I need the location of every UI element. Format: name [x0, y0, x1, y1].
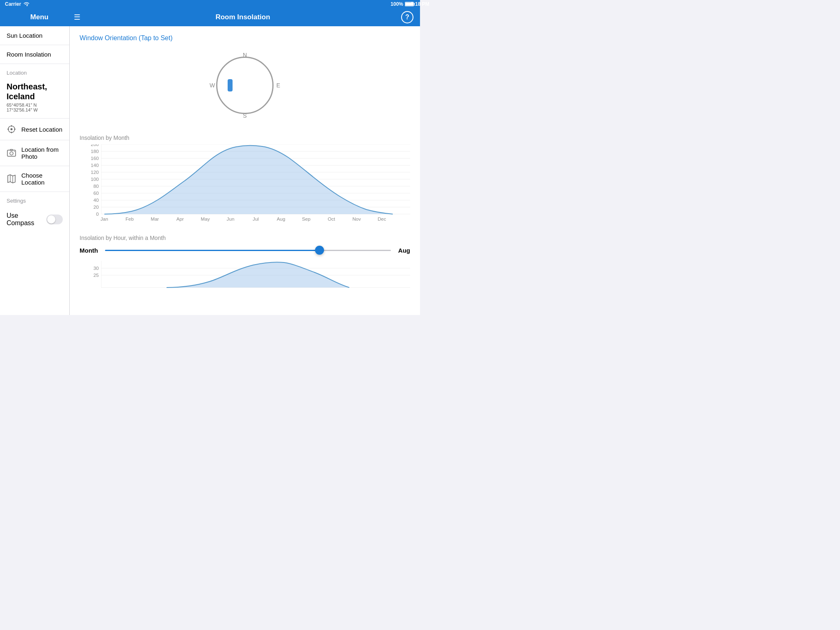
svg-text:Jun: Jun [227, 217, 235, 221]
status-time: 2:18 PM [411, 1, 420, 7]
menu-label: Menu [7, 13, 72, 21]
help-icon[interactable]: ? [401, 11, 413, 23]
svg-text:Oct: Oct [328, 217, 336, 221]
svg-text:Feb: Feb [126, 217, 134, 221]
help-button[interactable]: ? [401, 11, 413, 23]
svg-text:200: 200 [91, 144, 98, 147]
month-slider-row: Month Aug [80, 246, 410, 254]
compass-container: N S W E [80, 48, 410, 122]
svg-point-12 [14, 151, 15, 152]
compass-circle [216, 57, 274, 114]
use-compass-label: Use Compass [7, 212, 46, 227]
svg-text:180: 180 [91, 149, 98, 154]
wifi-icon [23, 2, 30, 7]
insolation-by-month-label: Insolation by Month [80, 135, 410, 141]
insolation-by-hour-chart: 30 25 [80, 261, 410, 294]
nav-bar: Menu ☰ Room Insolation ? [0, 8, 420, 26]
svg-text:Nov: Nov [352, 217, 361, 221]
svg-text:30: 30 [94, 266, 99, 271]
svg-text:Aug: Aug [277, 217, 285, 221]
insolation-by-month-chart: 200 180 160 140 120 100 80 60 40 20 0 Ja… [80, 144, 410, 226]
svg-text:160: 160 [91, 156, 98, 161]
svg-point-10 [10, 152, 13, 155]
battery-label: 100% [390, 1, 403, 7]
carrier-label: Carrier [5, 1, 21, 7]
svg-text:Sep: Sep [302, 217, 310, 221]
location-from-photo-label: Location from Photo [21, 146, 63, 160]
hour-chart-svg: 30 25 [80, 261, 410, 294]
reset-location-label: Reset Location [21, 126, 62, 133]
selected-month-value: Aug [396, 247, 410, 254]
compass-west: W [210, 82, 215, 89]
svg-text:40: 40 [94, 198, 99, 203]
location-info: Northeast, Iceland 65°40′58.41″ N 17°32′… [0, 78, 69, 119]
status-bar: Carrier 2:18 PM 100% [0, 0, 420, 8]
reset-location-button[interactable]: Reset Location [0, 119, 69, 140]
svg-text:Dec: Dec [378, 217, 386, 221]
month-chart-svg: 200 180 160 140 120 100 80 60 40 20 0 Ja… [80, 144, 410, 226]
month-slider-container[interactable] [105, 246, 391, 254]
svg-point-4 [11, 128, 13, 130]
month-slider-label: Month [80, 247, 100, 254]
toggle-knob [47, 215, 55, 224]
svg-text:May: May [201, 217, 210, 221]
choose-location-button[interactable]: Choose Location [0, 166, 69, 192]
svg-text:Jan: Jan [100, 217, 108, 221]
svg-text:120: 120 [91, 170, 98, 175]
slider-thumb[interactable] [315, 246, 324, 255]
hamburger-icon[interactable]: ☰ [74, 13, 80, 21]
svg-text:0: 0 [96, 212, 98, 217]
sidebar-item-room-insolation[interactable]: Room Insolation [0, 45, 69, 64]
svg-text:20: 20 [94, 205, 99, 210]
reset-location-icon [7, 124, 16, 134]
compass-east: E [276, 82, 280, 89]
content-area: Window Orientation (Tap to Set) N S W E … [70, 26, 420, 315]
status-left: Carrier [5, 1, 30, 7]
svg-text:25: 25 [94, 273, 99, 278]
location-name: Northeast, Iceland [7, 82, 63, 101]
location-section-label: Location [0, 64, 69, 78]
nav-title: Room Insolation [72, 13, 413, 21]
location-from-photo-button[interactable]: Location from Photo [0, 140, 69, 166]
use-compass-toggle[interactable] [46, 215, 63, 224]
sidebar-item-sun-location[interactable]: Sun Location [0, 26, 69, 45]
sidebar: Sun Location Room Insolation Location No… [0, 26, 70, 315]
svg-text:60: 60 [94, 191, 99, 196]
insolation-by-hour-label: Insolation by Hour, within a Month [80, 235, 410, 241]
svg-text:100: 100 [91, 177, 98, 182]
main-container: Sun Location Room Insolation Location No… [0, 26, 420, 315]
compass-wrap[interactable]: N S W E [212, 52, 278, 118]
window-orientation-label[interactable]: Window Orientation (Tap to Set) [80, 34, 410, 42]
svg-text:Jul: Jul [253, 217, 259, 221]
svg-text:140: 140 [91, 163, 98, 168]
slider-track [105, 250, 391, 251]
settings-section-label: Settings [0, 192, 69, 206]
choose-location-label: Choose Location [21, 172, 63, 186]
map-icon [7, 174, 16, 184]
svg-text:80: 80 [94, 184, 99, 189]
use-compass-row: Use Compass [0, 206, 69, 233]
location-coords: 65°40′58.41″ N 17°32′56.14″ W [7, 103, 63, 112]
svg-text:Apr: Apr [176, 217, 184, 221]
photo-icon [7, 148, 16, 158]
svg-text:Mar: Mar [151, 217, 159, 221]
compass-indicator [228, 79, 233, 91]
